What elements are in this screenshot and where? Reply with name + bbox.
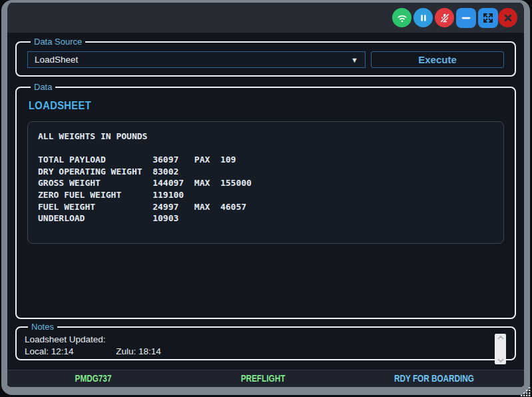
pause-button[interactable]	[413, 8, 433, 27]
data-source-group: Data Source LoadSheet ▼ Execute	[15, 37, 516, 77]
data-group-label: Data	[31, 82, 55, 92]
wifi-status-button[interactable]	[392, 8, 411, 27]
data-source-selected-value: LoadSheet	[35, 55, 78, 65]
mic-muted-icon	[438, 11, 451, 25]
pause-icon	[417, 11, 430, 25]
data-group: Data LOADSHEET ALL WEIGHTS IN POUNDS TOT…	[15, 82, 516, 319]
status-boarding: RDY FOR BOARDING	[394, 373, 474, 384]
notes-scrollbar[interactable]	[495, 334, 506, 364]
status-aircraft: PMDG737	[75, 373, 112, 384]
notes-local-time: Local: 12:14	[25, 346, 74, 356]
app-window: Data Source LoadSheet ▼ Execute Data LOA…	[1, 0, 530, 395]
maximize-icon	[481, 11, 495, 25]
notes-group: Notes Loadsheet Updated: Local: 12:14 Zu…	[15, 322, 516, 360]
data-source-group-label: Data Source	[31, 37, 85, 47]
scroll-down-icon[interactable]	[497, 358, 504, 363]
close-button[interactable]	[498, 8, 517, 27]
status-phase: PREFLIGHT	[241, 373, 286, 384]
minimize-button[interactable]	[456, 8, 476, 28]
execute-button[interactable]: Execute	[371, 51, 504, 68]
notes-times-line: Local: 12:14 Zulu: 18:14	[25, 346, 507, 358]
notes-group-label: Notes	[28, 322, 57, 332]
minimize-icon	[459, 11, 473, 25]
loadsheet-text: ALL WEIGHTS IN POUNDS TOTAL PAYLOAD 3609…	[28, 122, 503, 224]
mic-mute-button[interactable]	[435, 8, 454, 27]
notes-updated-line: Loadsheet Updated:	[25, 334, 507, 346]
scroll-up-icon[interactable]	[497, 335, 504, 340]
data-source-select[interactable]: LoadSheet ▼	[27, 51, 366, 68]
loadsheet-title: LOADSHEET	[29, 100, 465, 112]
status-bar: PMDG737 PREFLIGHT RDY FOR BOARDING	[7, 370, 524, 387]
resize-grip[interactable]	[521, 386, 531, 396]
maximize-button[interactable]	[478, 8, 498, 28]
titlebar	[7, 3, 524, 33]
close-icon	[501, 11, 515, 25]
chevron-down-icon: ▼	[351, 56, 358, 64]
wifi-icon	[396, 11, 409, 25]
loadsheet-panel: ALL WEIGHTS IN POUNDS TOTAL PAYLOAD 3609…	[27, 121, 504, 244]
content-area: Data Source LoadSheet ▼ Execute Data LOA…	[7, 33, 524, 370]
notes-zulu-time: Zulu: 18:14	[116, 346, 161, 356]
page-background: Data Source LoadSheet ▼ Execute Data LOA…	[0, 0, 532, 397]
